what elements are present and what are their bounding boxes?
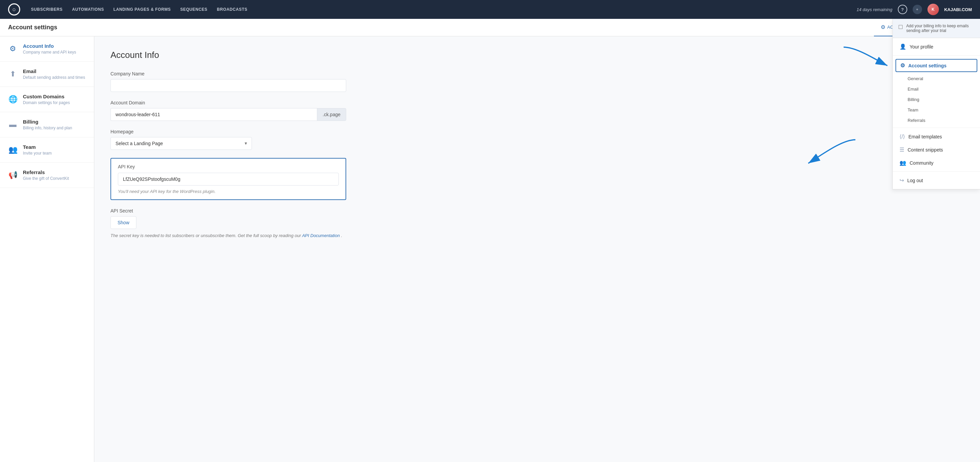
custom-domains-icon: 🌐	[8, 95, 18, 104]
sidebar-item-custom-domains[interactable]: 🌐 Custom Domains Domain settings for pag…	[0, 87, 94, 112]
sidebar-item-referrals[interactable]: 📢 Referrals Give the gift of ConvertKit	[0, 163, 94, 188]
your-profile-item[interactable]: 👤 Your profile	[893, 40, 980, 53]
sidebar-item-referrals-subtitle: Give the gift of ConvertKit	[23, 176, 69, 181]
api-secret-note-suffix: .	[341, 233, 342, 238]
main-content: Account Info Company Name Account Domain…	[94, 37, 980, 462]
api-secret-show-button[interactable]: Show	[110, 216, 137, 229]
help-button[interactable]: ?	[898, 5, 907, 14]
sidebar-item-team-title: Team	[23, 144, 51, 150]
account-sub-general[interactable]: General	[893, 73, 980, 84]
account-settings-label: Account settings	[908, 63, 947, 68]
billing-banner-text: Add your billing info to keep emails sen…	[906, 24, 975, 33]
sidebar-item-team[interactable]: 👥 Team Invite your team	[0, 137, 94, 163]
sidebar-item-account-info-title: Account Info	[23, 43, 76, 49]
logo[interactable]: ○	[8, 3, 20, 16]
account-sub-team[interactable]: Team	[893, 105, 980, 115]
email-icon: ⬆	[8, 70, 18, 78]
company-name-label: Company Name	[110, 71, 964, 76]
sidebar-item-team-subtitle: Invite your team	[23, 151, 51, 156]
user-domain[interactable]: KAJABI.COM	[944, 7, 972, 12]
account-sub-email[interactable]: Email	[893, 84, 980, 94]
account-tab-icon: ⚙	[881, 24, 885, 30]
community-label: Community	[910, 160, 934, 166]
logout-icon: ↪	[899, 177, 904, 184]
account-sub-billing[interactable]: Billing	[893, 94, 980, 105]
homepage-select[interactable]: Select a Landing Page	[110, 137, 252, 150]
account-settings-section: ⚙ Account settings General Email Billing…	[893, 56, 980, 128]
sidebar-item-billing-subtitle: Billing info, history and plan	[23, 125, 72, 130]
profile-icon: 👤	[899, 43, 906, 50]
avatar[interactable]: K	[928, 4, 939, 15]
homepage-group: Homepage Select a Landing Page ▼	[110, 129, 964, 150]
left-sidebar: ⚙ Account Info Company name and API keys…	[0, 37, 94, 462]
sidebar-item-account-info-subtitle: Company name and API keys	[23, 50, 76, 54]
content-snippets-item[interactable]: ☰ Content snippets	[893, 143, 980, 156]
sidebar-item-email[interactable]: ⬆ Email Default sending address and time…	[0, 62, 94, 87]
api-key-input[interactable]	[118, 173, 339, 186]
nav-broadcasts[interactable]: BROADCASTS	[217, 7, 248, 12]
right-dropdown-menu: ☐ Add your billing info to keep emails s…	[892, 19, 980, 190]
page-title: Account settings	[8, 24, 871, 31]
email-templates-section: ⟨/⟩ Email templates ☰ Content snippets 👥…	[893, 128, 980, 172]
sidebar-item-email-title: Email	[23, 68, 85, 74]
sidebar-item-billing[interactable]: ▬ Billing Billing info, history and plan	[0, 112, 94, 137]
api-documentation-link[interactable]: API Documentation	[302, 233, 340, 238]
sidebar-item-email-subtitle: Default sending address and times	[23, 75, 85, 80]
sidebar-item-custom-domains-subtitle: Domain settings for pages	[23, 100, 70, 105]
nav-right: 14 days remaining ? ⚬ K KAJABI.COM	[856, 4, 972, 15]
referrals-icon: 📢	[8, 171, 18, 179]
sidebar-item-referrals-title: Referrals	[23, 169, 69, 175]
email-templates-icon: ⟨/⟩	[899, 133, 905, 140]
homepage-label: Homepage	[110, 129, 964, 134]
content-snippets-label: Content snippets	[908, 147, 943, 152]
email-templates-label: Email templates	[908, 134, 942, 140]
account-sub-referrals[interactable]: Referrals	[893, 115, 980, 125]
your-profile-label: Your profile	[910, 44, 933, 49]
company-name-group: Company Name	[110, 71, 964, 92]
company-name-input[interactable]	[110, 79, 346, 92]
api-secret-group: API Secret Show The secret key is needed…	[110, 208, 964, 240]
api-key-note: You'll need your API key for the WordPre…	[118, 189, 339, 194]
content-title: Account Info	[110, 50, 964, 60]
trial-text: 14 days remaining	[856, 7, 892, 12]
top-nav: ○ SUBSCRIBERS AUTOMATIONS LANDING PAGES …	[0, 0, 980, 19]
main-layout: ⚙ Account Info Company name and API keys…	[0, 37, 980, 462]
domain-suffix: .ck.page	[317, 108, 346, 121]
logout-label: Log out	[907, 178, 923, 183]
account-domain-input[interactable]	[110, 108, 317, 121]
api-secret-label: API Secret	[110, 208, 964, 213]
content-snippets-icon: ☰	[899, 146, 904, 153]
notification-button[interactable]: ⚬	[913, 5, 922, 14]
secondary-nav: Account settings ⚙ ACCOUNT ⟨/⟩ EMAIL TEM…	[0, 19, 980, 37]
account-settings-icon: ⚙	[900, 62, 905, 69]
logout-item[interactable]: ↪ Log out	[893, 174, 980, 187]
nav-automations[interactable]: AUTOMATIONS	[72, 7, 104, 12]
api-key-box: API Key You'll need your API key for the…	[110, 158, 346, 200]
domain-row: .ck.page	[110, 108, 346, 121]
nav-landing-pages[interactable]: LANDING PAGES & FORMS	[113, 7, 171, 12]
homepage-select-wrapper: Select a Landing Page ▼	[110, 137, 252, 150]
billing-banner[interactable]: ☐ Add your billing info to keep emails s…	[893, 19, 980, 38]
account-domain-label: Account Domain	[110, 100, 964, 105]
sidebar-item-billing-title: Billing	[23, 119, 72, 125]
team-icon: 👥	[8, 146, 18, 154]
billing-icon: ▬	[8, 120, 18, 129]
nav-sequences[interactable]: SEQUENCES	[180, 7, 207, 12]
nav-subscribers[interactable]: SUBSCRIBERS	[31, 7, 63, 12]
sidebar-item-custom-domains-title: Custom Domains	[23, 94, 70, 99]
community-item[interactable]: 👥 Community	[893, 156, 980, 169]
logout-section: ↪ Log out	[893, 172, 980, 189]
api-key-label: API Key	[118, 164, 339, 169]
nav-links: SUBSCRIBERS AUTOMATIONS LANDING PAGES & …	[31, 7, 846, 12]
billing-banner-icon: ☐	[898, 24, 903, 30]
api-secret-note-text: The secret key is needed to list subscri…	[110, 233, 301, 238]
account-settings-item[interactable]: ⚙ Account settings	[896, 59, 977, 72]
profile-section: 👤 Your profile	[893, 38, 980, 56]
api-secret-note: The secret key is needed to list subscri…	[110, 232, 964, 240]
sidebar-item-account-info[interactable]: ⚙ Account Info Company name and API keys	[0, 37, 94, 62]
community-icon: 👥	[899, 160, 906, 166]
account-info-icon: ⚙	[8, 44, 18, 53]
email-templates-item[interactable]: ⟨/⟩ Email templates	[893, 130, 980, 143]
account-domain-group: Account Domain .ck.page	[110, 100, 964, 121]
